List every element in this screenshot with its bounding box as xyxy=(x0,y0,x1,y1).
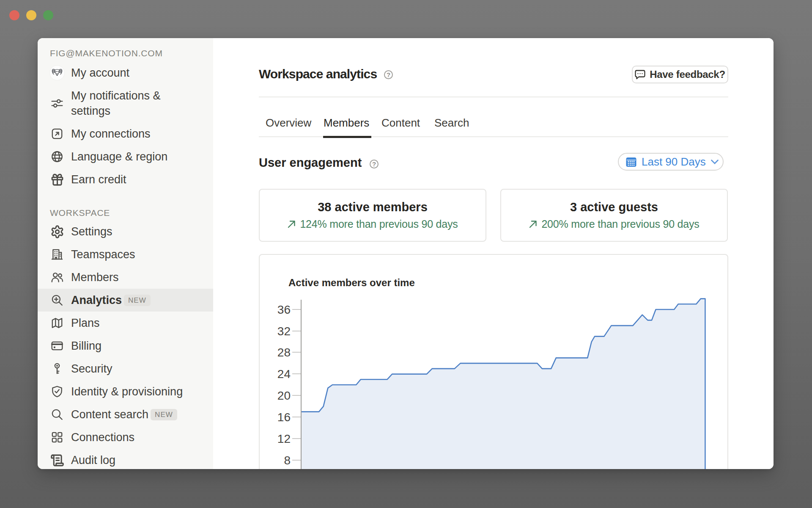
svg-text:12: 12 xyxy=(277,432,291,445)
svg-text:28: 28 xyxy=(277,346,291,359)
svg-text:20: 20 xyxy=(277,389,291,402)
svg-text:32: 32 xyxy=(277,325,291,338)
svg-text:36: 36 xyxy=(277,303,291,316)
svg-text:24: 24 xyxy=(277,367,291,381)
svg-text:16: 16 xyxy=(277,411,291,424)
svg-text:8: 8 xyxy=(284,454,291,467)
